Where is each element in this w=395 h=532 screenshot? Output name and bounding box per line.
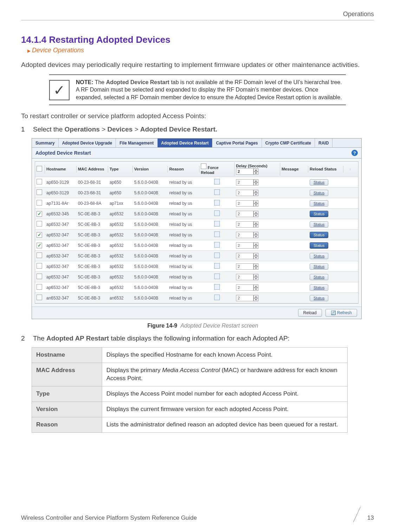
force-reload-checkbox[interactable] — [214, 252, 220, 258]
tab-captive-portal-pages[interactable]: Captive Portal Pages — [212, 139, 262, 147]
spinner-down-icon[interactable]: ▼ — [254, 193, 258, 196]
col-version[interactable]: Version — [133, 166, 168, 173]
spinner-down-icon[interactable]: ▼ — [254, 224, 258, 228]
tab-file-management[interactable]: File Management — [116, 139, 157, 147]
spinner-up-icon[interactable]: ▲ — [254, 253, 258, 256]
force-reload-checkbox[interactable] — [214, 200, 220, 206]
delay-value[interactable]: 2 — [236, 211, 254, 217]
row-checkbox[interactable] — [37, 189, 42, 195]
status-button[interactable]: Status — [310, 232, 328, 238]
reload-button[interactable]: Reload — [298, 309, 322, 317]
spinner-up-icon[interactable]: ▲ — [254, 200, 258, 203]
col-message[interactable]: Message — [280, 166, 308, 173]
row-checkbox[interactable] — [37, 179, 42, 184]
force-reload-checkbox[interactable] — [214, 231, 220, 237]
table-row[interactable]: ap6532-3475C-0E-8B-3ap65325.6.0.0-040Bre… — [35, 240, 358, 251]
spinner-up-icon[interactable]: ▲ — [254, 232, 258, 235]
status-button[interactable]: Status — [310, 263, 328, 270]
force-reload-checkbox[interactable] — [214, 274, 220, 279]
force-reload-checkbox[interactable] — [214, 189, 220, 195]
tab-adopted-device-upgrade[interactable]: Adopted Device Upgrade — [59, 139, 116, 147]
tab-summary[interactable]: Summary — [32, 139, 59, 147]
status-button[interactable]: Status — [310, 253, 328, 259]
spinner-down-icon[interactable]: ▼ — [254, 277, 258, 280]
delay-spinner[interactable]: 2▲▼ — [236, 190, 258, 196]
tab-crypto-cmp-certificate[interactable]: Crypto CMP Certificate — [262, 139, 315, 147]
spinner-down-icon[interactable]: ▼ — [254, 171, 258, 175]
table-row[interactable]: ap6532-3475C-0E-8B-3ap65325.6.0.0-040Bre… — [35, 261, 358, 272]
force-reload-checkbox[interactable] — [214, 284, 220, 290]
delay-spinner[interactable]: 2▲▼ — [236, 274, 258, 280]
delay-spinner[interactable]: 2▲▼ — [236, 263, 258, 270]
spinner-up-icon[interactable]: ▲ — [254, 221, 258, 224]
table-row[interactable]: ap650-312900-23-68-31ap6505.6.0.0-040Bre… — [35, 177, 358, 188]
force-reload-checkbox[interactable] — [214, 263, 220, 269]
status-button[interactable]: Status — [310, 190, 328, 196]
delay-spinner[interactable]: 2▲▼ — [236, 200, 258, 207]
row-checkbox[interactable] — [37, 274, 42, 279]
force-reload-checkbox[interactable] — [214, 295, 220, 300]
table-row[interactable]: ap650-312900-23-68-31ap6505.6.0.0-040Bre… — [35, 188, 358, 198]
row-checkbox[interactable] — [37, 295, 42, 300]
help-icon[interactable]: ? — [351, 150, 358, 156]
delay-value[interactable]: 2 — [236, 200, 254, 207]
force-reload-checkbox[interactable] — [214, 242, 220, 248]
refresh-button[interactable]: 🔄 Refresh — [325, 309, 357, 317]
table-row[interactable]: ap6532-3475C-0E-8B-3ap65325.6.0.0-040Bre… — [35, 282, 358, 293]
row-checkbox[interactable] — [37, 200, 42, 206]
row-checkbox[interactable] — [37, 284, 42, 290]
spinner-up-icon[interactable]: ▲ — [254, 168, 258, 171]
force-reload-checkbox[interactable] — [214, 221, 220, 227]
status-button[interactable]: Status — [310, 221, 328, 228]
force-reload-checkbox[interactable] — [214, 179, 220, 184]
status-button[interactable]: Status — [310, 274, 328, 280]
delay-spinner[interactable]: 2▲▼ — [236, 295, 258, 301]
row-checkbox[interactable] — [37, 221, 42, 227]
spinner-down-icon[interactable]: ▼ — [254, 298, 258, 301]
row-checkbox[interactable] — [37, 211, 42, 217]
table-row[interactable]: an6532-3475C-0E-8B-3an65325.6.0.0-040Bre… — [35, 293, 358, 303]
breadcrumb[interactable]: ▶Device Operations — [27, 47, 374, 54]
row-checkbox[interactable] — [37, 252, 42, 258]
delay-value[interactable]: 2 — [236, 263, 254, 270]
delay-spinner[interactable]: 2▲▼ — [236, 221, 258, 228]
spinner-up-icon[interactable]: ▲ — [254, 295, 258, 298]
table-row[interactable]: ap6532-3475C-0E-8B-3ap65325.6.0.0-040Bre… — [35, 251, 358, 261]
delay-value[interactable]: 2 — [236, 232, 254, 238]
row-checkbox[interactable] — [37, 263, 42, 269]
spinner-up-icon[interactable]: ▲ — [254, 242, 258, 245]
table-row[interactable]: ap6532-3475C-0E-8B-3ap65325.6.0.0-040Bre… — [35, 219, 358, 230]
spinner-down-icon[interactable]: ▼ — [254, 256, 258, 259]
spinner-down-icon[interactable]: ▼ — [254, 203, 258, 207]
table-row[interactable]: ap6532-3475C-0E-8B-3ap65325.6.0.0-040Bre… — [35, 230, 358, 240]
tab-adopted-device-restart[interactable]: Adopted Device Restart — [158, 139, 212, 147]
row-checkbox[interactable] — [37, 232, 42, 238]
header-delay-spinner[interactable]: 2 ▲▼ — [236, 168, 258, 175]
delay-spinner[interactable]: 2▲▼ — [236, 179, 258, 186]
col-mac[interactable]: MAC Address — [77, 166, 108, 173]
tab-raid[interactable]: RAID — [315, 139, 333, 147]
status-button[interactable]: Status — [310, 200, 328, 207]
spinner-down-icon[interactable]: ▼ — [254, 267, 258, 270]
status-button[interactable]: Status — [310, 179, 328, 186]
delay-spinner[interactable]: 2▲▼ — [236, 211, 258, 217]
status-button[interactable]: Status — [310, 284, 328, 291]
header-delay-value[interactable]: 2 — [236, 168, 254, 175]
force-reload-header-checkbox[interactable] — [201, 163, 206, 169]
delay-value[interactable]: 2 — [236, 179, 254, 186]
delay-value[interactable]: 2 — [236, 274, 254, 280]
delay-value[interactable]: 2 — [236, 284, 254, 291]
col-reload-status[interactable]: Reload Status — [308, 166, 343, 173]
delay-value[interactable]: 2 — [236, 190, 254, 196]
delay-spinner[interactable]: 2▲▼ — [236, 253, 258, 259]
delay-value[interactable]: 2 — [236, 242, 254, 249]
select-all-checkbox[interactable] — [37, 166, 42, 171]
delay-spinner[interactable]: 2▲▼ — [236, 284, 258, 291]
delay-spinner[interactable]: 2▲▼ — [236, 232, 258, 238]
spinner-up-icon[interactable]: ▲ — [254, 263, 258, 267]
spinner-down-icon[interactable]: ▼ — [254, 288, 258, 291]
force-reload-checkbox[interactable] — [214, 210, 220, 216]
col-reason[interactable]: Reason — [168, 166, 199, 173]
row-checkbox[interactable] — [37, 243, 42, 248]
spinner-up-icon[interactable]: ▲ — [254, 211, 258, 214]
